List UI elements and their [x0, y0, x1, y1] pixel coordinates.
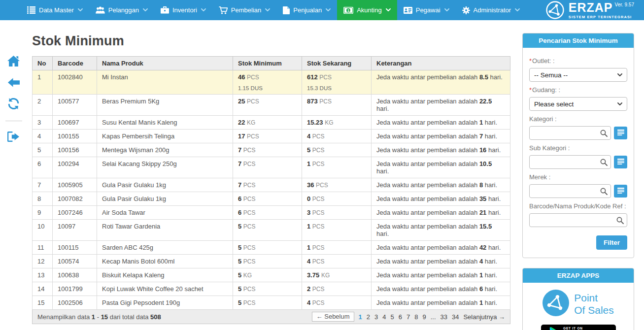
cell-barcode: 1002840 [53, 70, 97, 95]
refresh-button[interactable] [7, 98, 21, 111]
back-button[interactable] [7, 77, 21, 90]
cell-no: 3 [33, 116, 53, 130]
cell-stock-now: 873 PCS [302, 95, 372, 116]
cell-product-name: Sarden ABC 425g [97, 241, 233, 255]
cell-keterangan: Jeda waktu antar pembelian adalah 21 har… [372, 206, 510, 220]
chevron-down-icon [515, 8, 520, 12]
pagination-page-34[interactable]: 34 [452, 313, 459, 321]
barcode-nama-produk-kode-ref-input[interactable] [529, 213, 627, 227]
home-icon [7, 56, 20, 69]
cell-product-name: Air Soda Tawar [97, 206, 233, 220]
field-label-outlet: *Outlet: : [529, 57, 627, 65]
erzap-logo-icon [546, 1, 564, 19]
cell-product-name: Mentega Wijsman 200g [97, 143, 233, 157]
table-row[interactable]: 2100577Beras Premium 5Kg25 PCS873 PCSJed… [33, 95, 510, 116]
pagination-page-7[interactable]: 7 [407, 313, 410, 321]
cell-product-name: Biskuit Kelapa Kaleng [97, 268, 233, 282]
svg-text:1: 1 [347, 8, 349, 12]
cell-stock-min: 7 PCS [233, 178, 302, 192]
cell-stock-now: 0 PCS [302, 192, 372, 206]
cell-keterangan: Jeda waktu antar pembelian adalah 35 har… [372, 192, 510, 206]
sub-kategori-list-button[interactable] [614, 156, 627, 168]
pagination-page-33[interactable]: 33 [441, 313, 447, 321]
search-icon [600, 159, 608, 166]
chevron-down-icon [326, 8, 331, 12]
chevron-down-icon [143, 8, 148, 12]
table-row[interactable]: 6100294Selai Kacang Skippy 250g7 PCS1 PC… [33, 157, 510, 178]
cell-stock-min: 5 PCS [233, 220, 302, 241]
table-row[interactable]: 11100115Sarden ABC 425g5 PCS1 PCSJeda wa… [33, 241, 510, 255]
pagination-page-6[interactable]: 6 [399, 313, 402, 321]
table-row[interactable]: 3100697Susu Kental Manis Kaleng22 KG15.2… [33, 116, 510, 130]
home-button[interactable] [7, 56, 21, 68]
table-row[interactable]: 4100155Kapas Pembersih Telinga17 PCS4 PC… [33, 130, 510, 143]
top-navbar: Data MasterPelangganInventoriPembelianPe… [0, 0, 644, 20]
cell-product-name: Beras Premium 5Kg [97, 95, 233, 116]
nav-item-data-master[interactable]: Data Master [21, 0, 89, 20]
kategori-input[interactable] [529, 126, 611, 140]
sub-kategori-input[interactable] [529, 155, 611, 169]
cell-stock-min: 17 PCS [233, 130, 302, 143]
table-row[interactable]: 13100638Biskuit Kelapa Kaleng5 KG3.75 KG… [33, 268, 510, 282]
pagination-prev-button[interactable]: ← Sebelum [312, 312, 354, 322]
cell-no: 4 [33, 130, 53, 143]
cell-stock-now: 1 PCS [302, 157, 372, 178]
merek-list-button[interactable] [614, 185, 627, 198]
listbox-icon [617, 159, 624, 166]
nav-item-penjualan[interactable]: Penjualan [276, 0, 337, 20]
table-row[interactable]: 5100156Mentega Wijsman 200g7 PCS5 PCSJed… [33, 143, 510, 157]
cell-keterangan: Jeda waktu antar pembelian adalah 4 hari… [372, 255, 510, 268]
merek-input[interactable] [529, 184, 611, 198]
cell-barcode: 100638 [53, 268, 97, 282]
cell-stock-now: 4 PCS [302, 296, 372, 310]
table-row[interactable]: 141001799Kopi Luwak White Coffee 20 sach… [33, 282, 510, 296]
pagination-page-3[interactable]: 3 [374, 313, 378, 321]
outlet-select[interactable]: -- Semua -- [529, 68, 627, 82]
table-row[interactable]: 91007246Air Soda Tawar6 PCS3 PCSJeda wak… [33, 206, 510, 220]
showing-info: Menampilkan data 1 - 15 dari total data … [37, 313, 161, 321]
cell-stock-now: 1 PCS [302, 241, 372, 255]
cell-stock-now: 612 PCS15.3 DUS [302, 70, 372, 95]
table-row[interactable]: 151002506Pasta Gigi Pepsodent 190g5 PCS4… [33, 296, 510, 310]
nav-item-pembelian[interactable]: Pembelian [212, 0, 276, 20]
cell-no: 13 [33, 268, 53, 282]
table-row[interactable]: 1010097Roti Tawar Gardenia5 PCS1 PCSJeda… [33, 220, 510, 241]
nav-item-inventori[interactable]: Inventori [154, 0, 212, 20]
table-footer: Menampilkan data 1 - 15 dari total data … [32, 310, 510, 324]
pagination-page-2[interactable]: 2 [367, 313, 370, 321]
nav-item-pegawai[interactable]: Pegawai [397, 0, 456, 20]
pagination-page-8[interactable]: 8 [414, 313, 418, 321]
pagination-page-5[interactable]: 5 [390, 313, 394, 321]
pos-logo-row: Point Of Sales [528, 290, 629, 318]
nav-item-administrator[interactable]: Administrator [456, 0, 527, 20]
cell-keterangan: Jeda waktu antar pembelian adalah 8.5 ha… [372, 70, 510, 95]
cell-stock-now: 1 PCS [302, 220, 372, 241]
gudang-select[interactable]: Please select [529, 97, 627, 111]
pagination-next-button[interactable]: Selanjutnya → [463, 313, 505, 321]
apps-panel-body: Point Of Sales GET IT ON Google Play [523, 283, 634, 330]
pagination-page-1[interactable]: 1 [359, 313, 362, 321]
cell-product-name: Gula Pasir Gulaku 1kg [97, 192, 233, 206]
filter-button[interactable]: Filter [596, 235, 627, 250]
table-row[interactable]: 71005905Gula Pasir Gulaku 1kg7 PCS36 PCS… [33, 178, 510, 192]
cell-no: 15 [33, 296, 53, 310]
google-play-badge[interactable]: GET IT ON Google Play [541, 325, 616, 330]
col-header-barcode: Barcode [53, 57, 97, 70]
cell-barcode: 1001799 [53, 282, 97, 296]
col-header-stok-minimum: Stok Minimum [233, 57, 302, 70]
pagination-page-4[interactable]: 4 [382, 313, 386, 321]
table-row[interactable]: 81007082Gula Pasir Gulaku 1kg6 PCS0 PCSJ… [33, 192, 510, 206]
col-header-no: No [33, 57, 53, 70]
nav-item-label: Inventori [172, 6, 197, 14]
col-header-stok-sekarang: Stok Sekarang [302, 57, 372, 70]
selected-value: Please select [534, 100, 574, 108]
table-row[interactable]: 11002840Mi Instan46 PCS1.15 DUS612 PCS15… [33, 70, 510, 95]
cell-stock-now: 5 PCS [302, 143, 372, 157]
nav-item-label: Administrator [474, 6, 511, 14]
pagination-page-9[interactable]: 9 [422, 313, 426, 321]
nav-item-pelanggan[interactable]: Pelanggan [89, 0, 154, 20]
logout-button[interactable] [7, 131, 21, 144]
table-row[interactable]: 12100574Kecap Manis Botol 600ml5 PCS4 PC… [33, 255, 510, 268]
nav-item-akunting[interactable]: 1Akunting [337, 0, 397, 20]
kategori-list-button[interactable] [614, 127, 627, 139]
